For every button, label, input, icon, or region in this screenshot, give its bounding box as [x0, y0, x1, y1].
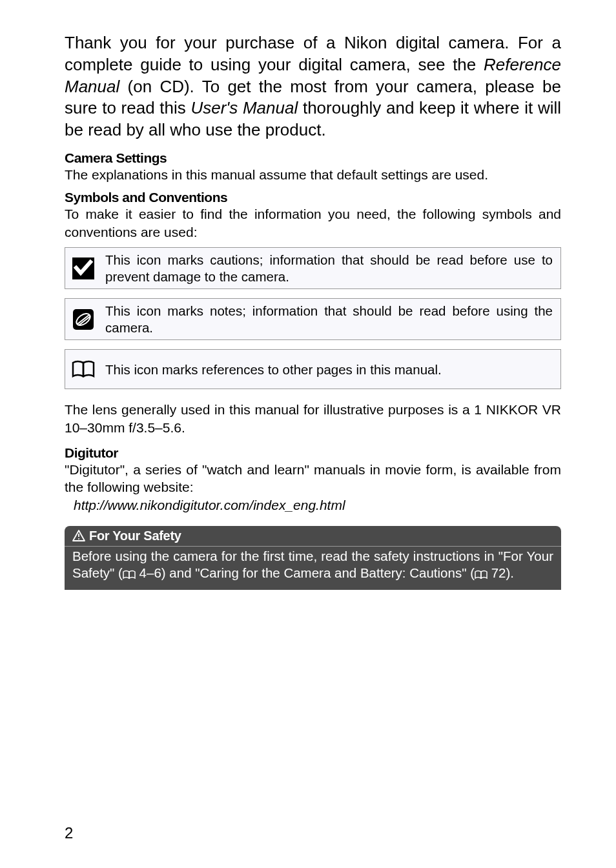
reference-icon-box: This icon marks references to other page… [65, 349, 561, 389]
caution-checkmark-icon [69, 256, 98, 281]
digitutor-body: "Digitutor", a series of "watch and lear… [65, 461, 561, 496]
symbols-heading: Symbols and Conventions [65, 190, 561, 205]
book-icon-inline-1 [123, 566, 136, 583]
reference-text: This icon marks references to other page… [105, 361, 553, 378]
safety-header-text: For Your Safety [89, 529, 181, 543]
safety-body: Before using the camera for the first ti… [65, 547, 561, 590]
lens-paragraph: The lens generally used in this manual f… [65, 401, 561, 436]
book-icon-inline-2 [475, 566, 488, 583]
intro-paragraph: Thank you for your purchase of a Nikon d… [65, 32, 561, 141]
safety-body-3: 72). [488, 565, 514, 580]
symbols-body: To make it easier to find the informatio… [65, 205, 561, 241]
camera-settings-heading: Camera Settings [65, 150, 561, 166]
page-number: 2 [65, 824, 73, 842]
note-pencil-icon [69, 307, 98, 332]
digitutor-heading: Digitutor [65, 445, 561, 461]
svg-point-6 [78, 538, 79, 540]
note-icon-box: This icon marks notes; information that … [65, 298, 561, 340]
safety-box: For Your Safety Before using the camera … [65, 526, 561, 590]
camera-settings-body: The explanations in this manual assume t… [65, 166, 561, 183]
book-reference-icon [69, 359, 98, 379]
intro-users-manual: User's Manual [190, 98, 298, 117]
warning-triangle-icon [72, 530, 85, 541]
caution-icon-box: This icon marks cautions; information th… [65, 247, 561, 289]
safety-header: For Your Safety [65, 526, 561, 547]
note-text: This icon marks notes; information that … [105, 303, 553, 336]
safety-body-2: 4–6) and "Caring for the Camera and Batt… [136, 565, 475, 580]
caution-text: This icon marks cautions; information th… [105, 252, 553, 285]
digitutor-url: http://www.nikondigitutor.com/index_eng.… [74, 498, 561, 513]
